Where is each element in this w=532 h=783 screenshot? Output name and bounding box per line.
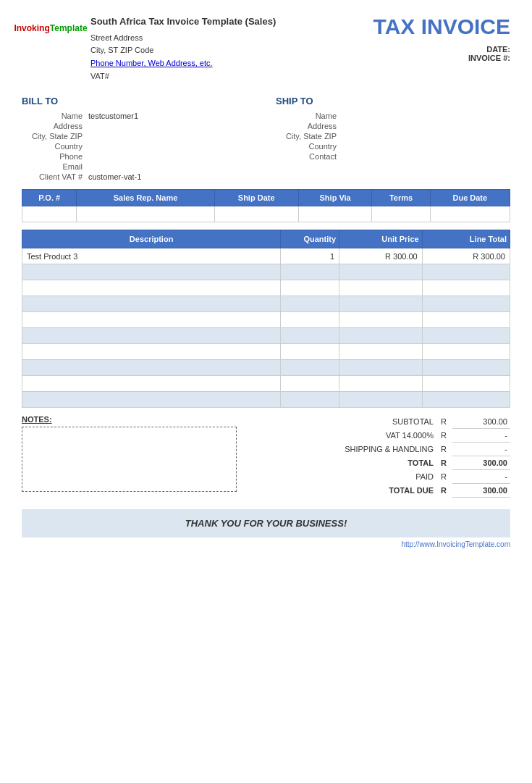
item-qty: [281, 312, 339, 328]
po-table: P.O. # Sales Rep. Name Ship Date Ship Vi…: [22, 189, 510, 222]
bill-address-row: Address: [22, 121, 256, 131]
shipping-value: -: [452, 443, 510, 456]
shipping-label: SHIPPING & HANDLING: [256, 443, 438, 456]
item-total: [422, 280, 510, 296]
item-desc: [22, 280, 281, 296]
table-row: [22, 360, 510, 376]
bill-email-row: Email: [22, 162, 256, 172]
item-qty: [281, 344, 339, 360]
item-total: [422, 344, 510, 360]
item-total: R 300.00: [422, 248, 510, 264]
items-col-desc: Description: [22, 230, 281, 248]
po-val-rep: [77, 206, 214, 222]
company-name: South Africa Tax Invoice Template (Sales…: [90, 14, 276, 30]
notes-box[interactable]: [22, 427, 237, 492]
item-unit: [339, 264, 423, 280]
item-desc: [22, 312, 281, 328]
subtotal-row: SUBTOTAL R 300.00: [256, 415, 510, 429]
ship-name-value: [341, 111, 510, 121]
bill-email-label: Email: [22, 162, 87, 172]
ship-country-label: Country: [276, 141, 341, 151]
vat-label-text: VAT: [386, 431, 400, 440]
table-row: [22, 344, 510, 360]
po-val-terms: [372, 206, 430, 222]
po-col-po: P.O. #: [22, 190, 77, 206]
vat-row: VAT 14.000% R -: [256, 429, 510, 443]
bill-vat-label: Client VAT #: [22, 172, 87, 182]
vat-currency: R: [438, 429, 452, 443]
bill-country-row: Country: [22, 141, 256, 151]
ship-contact-label: Contact: [276, 151, 341, 162]
title-date-block: TAX INVOICE DATE: INVOICE #:: [373, 14, 510, 62]
po-col-duedate: Due Date: [430, 190, 510, 206]
items-col-total: Line Total: [422, 230, 510, 248]
items-col-unit: Unit Price: [339, 230, 423, 248]
po-header-row: P.O. # Sales Rep. Name Ship Date Ship Vi…: [22, 190, 510, 206]
totals-section: SUBTOTAL R 300.00 VAT 14.000% R - SHIPPI…: [256, 415, 510, 498]
shipping-currency: R: [438, 443, 452, 456]
item-total: [422, 392, 510, 408]
vat-label: VAT 14.000%: [256, 429, 438, 443]
table-row: Test Product 31R 300.00R 300.00: [22, 248, 510, 264]
logo-text: InvokingTemplate: [14, 23, 87, 33]
ship-name-row: Name: [276, 111, 510, 121]
bill-name-value: testcustomer1: [87, 111, 256, 121]
bill-phone-label: Phone: [22, 151, 87, 162]
table-row: [22, 376, 510, 392]
vat-value: -: [452, 429, 510, 443]
po-col-terms: Terms: [372, 190, 430, 206]
total-currency: R: [438, 456, 452, 470]
po-val-duedate: [430, 206, 510, 222]
total-label: TOTAL: [256, 456, 438, 470]
thank-you-bar: THANK YOU FOR YOUR BUSINESS!: [22, 509, 510, 537]
item-total: [422, 360, 510, 376]
bill-city-row: City, State ZIP: [22, 131, 256, 141]
item-total: [422, 328, 510, 344]
date-label: DATE:: [486, 45, 510, 54]
notes-section: NOTES:: [22, 415, 237, 498]
ship-city-row: City, State ZIP: [276, 131, 510, 141]
ship-address-label: Address: [276, 121, 341, 131]
item-desc: [22, 328, 281, 344]
invoice-label: INVOICE #:: [468, 54, 510, 62]
items-col-qty: Quantity: [281, 230, 339, 248]
po-data-row: [22, 206, 510, 222]
item-desc: [22, 360, 281, 376]
logo-area: InvokingTemplate South Africa Tax Invoic…: [22, 14, 276, 83]
bill-city-label: City, State ZIP: [22, 131, 87, 141]
table-row: [22, 328, 510, 344]
item-qty: [281, 328, 339, 344]
item-unit: [339, 312, 423, 328]
ship-to-section: SHIP TO Name Address City, State ZIP Cou…: [276, 96, 510, 182]
item-qty: [281, 360, 339, 376]
date-invoice-block: DATE: INVOICE #:: [373, 45, 510, 62]
bottom-section: NOTES: SUBTOTAL R 300.00 VAT 14.000% R -…: [22, 415, 510, 498]
item-qty: [281, 296, 339, 312]
bill-phone-row: Phone: [22, 151, 256, 162]
totals-table: SUBTOTAL R 300.00 VAT 14.000% R - SHIPPI…: [256, 415, 510, 498]
item-total: [422, 296, 510, 312]
po-val-shipdate: [214, 206, 298, 222]
item-qty: [281, 264, 339, 280]
total-row: TOTAL R 300.00: [256, 456, 510, 470]
due-label: TOTAL DUE: [256, 484, 438, 498]
paid-row: PAID R -: [256, 470, 510, 484]
item-unit: [339, 280, 423, 296]
item-total: [422, 376, 510, 392]
phone-web-link[interactable]: Phone Number, Web Address, etc.: [90, 59, 213, 67]
ship-country-row: Country: [276, 141, 510, 151]
item-total: [422, 312, 510, 328]
ship-to-title: SHIP TO: [276, 96, 510, 106]
ship-country-value: [341, 141, 510, 151]
invoice-row: INVOICE #:: [373, 54, 510, 62]
ship-to-table: Name Address City, State ZIP Country Con…: [276, 111, 510, 162]
total-value: 300.00: [452, 456, 510, 470]
city-state-zip: City, ST ZIP Code: [90, 44, 276, 57]
street-address: Street Address: [90, 32, 276, 45]
vat-rate: 14.000%: [400, 431, 434, 440]
item-qty: [281, 376, 339, 392]
subtotal-label: SUBTOTAL: [256, 415, 438, 429]
bill-to-table: Name testcustomer1 Address City, State Z…: [22, 111, 256, 182]
logo-image: InvokingTemplate: [22, 14, 80, 42]
item-unit: [339, 328, 423, 344]
